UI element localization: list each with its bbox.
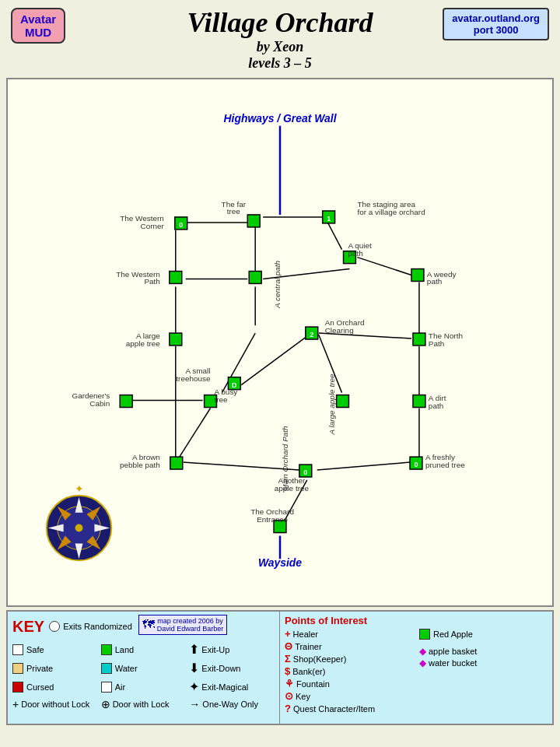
svg-text:0: 0	[179, 221, 183, 229]
svg-text:Highways / Great Wall: Highways / Great Wall	[223, 112, 337, 124]
poi-bank: $ Bank(er)	[285, 665, 413, 677]
legend-door-no-lock: + Door without Lock	[12, 698, 98, 710]
exit-magical-icon: ✦	[189, 679, 199, 694]
svg-text:tree: tree	[227, 207, 241, 216]
legend-right: Points of Interest + Healer Θ Trainer Σ …	[280, 612, 552, 724]
svg-text:A central path: A central path	[273, 260, 282, 308]
server-badge: avatar.outland.org port 3000	[443, 8, 549, 40]
red-apple-icon	[419, 629, 430, 640]
credit-line2: David Edward Barber	[157, 625, 224, 633]
bank-icon: $	[285, 665, 290, 677]
water-box	[101, 663, 112, 674]
svg-text:W: W	[36, 524, 44, 533]
safe-box	[12, 644, 23, 655]
svg-text:Path: Path	[429, 339, 444, 348]
svg-text:pebble path: pebble path	[120, 461, 160, 469]
legend-safe: Safe	[12, 642, 98, 657]
svg-rect-49	[411, 269, 424, 282]
svg-text:treehouse: treehouse	[176, 374, 211, 383]
svg-text:Path: Path	[144, 277, 159, 286]
credit-box: 🗺 map created 2006 by David Edward Barbe…	[138, 615, 228, 635]
key-icon: ⊙	[285, 690, 293, 702]
svg-rect-42	[170, 272, 182, 284]
exits-randomized-label: Exits Randomized	[63, 622, 132, 631]
poi-trainer: Θ Trainer	[285, 640, 413, 652]
legend-exit-up: ⬆ Exit-Up	[189, 642, 275, 657]
svg-text:tree: tree	[215, 395, 229, 404]
water-bucket-dot: ◆	[419, 658, 426, 668]
svg-text:path: path	[427, 277, 442, 286]
exit-up-icon: ⬆	[189, 642, 199, 657]
poi-red-apple: Red Apple	[419, 629, 548, 640]
poi-quest: ? Quest Character/Item	[285, 703, 413, 714]
svg-text:apple tree: apple tree	[275, 484, 310, 493]
svg-text:0: 0	[303, 468, 307, 476]
land-box	[101, 644, 112, 655]
quest-icon: ?	[285, 703, 291, 714]
svg-point-100	[75, 524, 83, 532]
legend-door-with-lock: ⊕ Door with Lock	[101, 698, 187, 710]
avatar-badge: Avatar MUD	[11, 8, 65, 44]
legend-water: Water	[101, 661, 187, 675]
svg-text:A large apple tree: A large apple tree	[327, 374, 336, 436]
svg-rect-45	[249, 272, 261, 284]
legend-air: Air	[101, 679, 187, 694]
door-with-lock-icon: ⊕	[101, 698, 110, 710]
legend-area: KEY Exits Randomized 🗺 map created 2006 …	[6, 610, 554, 725]
svg-text:Clearing: Clearing	[325, 326, 354, 335]
svg-text:Entrance: Entrance	[257, 515, 288, 524]
healer-icon: +	[285, 628, 291, 640]
svg-text:0: 0	[414, 461, 418, 468]
poi-healer: + Healer	[285, 628, 413, 640]
air-box	[101, 682, 112, 693]
page-subtitle: by Xeon levels 3 – 5	[0, 39, 560, 72]
fountain-icon: ⚘	[285, 678, 294, 689]
exits-randomized-icon	[49, 621, 60, 632]
apple-basket-dot: ◆	[419, 646, 426, 657]
legend-exit-down: ⬇ Exit-Down	[189, 661, 275, 675]
svg-text:Cabin: Cabin	[89, 399, 110, 408]
page-header: Avatar MUD Village Orchard by Xeon level…	[0, 0, 560, 75]
svg-text:1: 1	[327, 215, 331, 223]
legend-one-way: → One-Way Only	[189, 698, 275, 710]
legend-land: Land	[101, 642, 187, 657]
avatar-line1: Avatar	[20, 12, 56, 26]
server-line2: port 3000	[452, 24, 540, 36]
svg-rect-59	[413, 333, 425, 345]
poi-key: ⊙ Key	[285, 690, 413, 702]
poi-title: Points of Interest	[285, 615, 413, 626]
svg-rect-72	[337, 395, 349, 408]
legend-left: KEY Exits Randomized 🗺 map created 2006 …	[8, 612, 280, 724]
svg-text:apple tree: apple tree	[126, 339, 161, 348]
map-area: Highways / Great Wall Wayside Main Orcha…	[6, 78, 554, 607]
one-way-icon: →	[189, 698, 200, 710]
credit-line1: map created 2006 by	[157, 617, 224, 625]
svg-rect-73	[413, 395, 425, 408]
legend-exit-magical: ✦ Exit-Magical	[189, 679, 275, 694]
svg-text:S: S	[76, 561, 82, 570]
door-no-lock-icon: +	[12, 698, 19, 710]
svg-text:E: E	[114, 524, 120, 533]
legend-grid: Safe Land ⬆ Exit-Up Private Water ⬇ Exit…	[12, 640, 275, 712]
svg-text:path: path	[429, 402, 443, 410]
server-line1: avatar.outland.org	[452, 12, 540, 24]
svg-rect-76	[170, 457, 183, 469]
trainer-icon: Θ	[285, 640, 292, 652]
svg-rect-66	[120, 395, 132, 408]
exit-down-icon: ⬇	[189, 661, 199, 675]
svg-text:2: 2	[310, 331, 313, 338]
cursed-box	[12, 682, 23, 693]
legend-cursed: Cursed	[12, 679, 98, 694]
svg-rect-31	[247, 215, 260, 227]
svg-text:✦: ✦	[75, 482, 84, 495]
private-box	[12, 663, 23, 674]
svg-text:pruned tree: pruned tree	[425, 461, 465, 469]
shop-icon: Σ	[285, 653, 291, 665]
svg-rect-52	[170, 333, 182, 345]
legend-title: KEY	[12, 618, 44, 636]
apple-basket-row: ◆ apple basket ◆ water bucket	[419, 646, 548, 668]
svg-text:Corner: Corner	[140, 222, 164, 230]
svg-text:for a village orchard: for a village orchard	[357, 208, 425, 216]
poi-shop: Σ Shop(Keeper)	[285, 653, 413, 665]
svg-text:path: path	[348, 249, 362, 258]
